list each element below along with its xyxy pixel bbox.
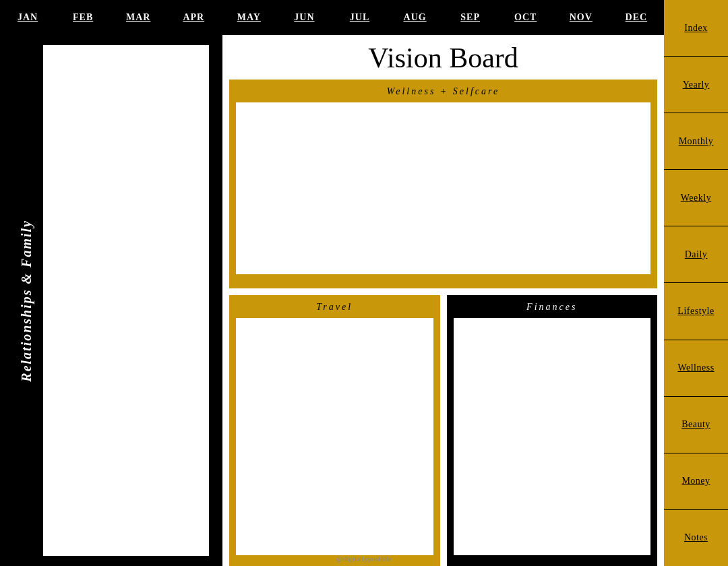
- sidebar-item-label-weekly: Weekly: [681, 193, 711, 203]
- month-navigation: JANFEBMARAPRMAYJUNJULAUGSEPOCTNOVDEC: [0, 0, 664, 35]
- sidebar-item-label-beauty: Beauty: [681, 419, 710, 430]
- sidebar-item-beauty[interactable]: Beauty: [664, 397, 728, 453]
- footer-credit: @digitallyposhlife: [297, 555, 431, 563]
- month-mar[interactable]: MAR: [111, 0, 166, 35]
- wellness-section: Wellness + Selfcare: [229, 80, 657, 288]
- relationships-section: Relationships & Family: [0, 35, 222, 566]
- month-jun[interactable]: JUN: [276, 0, 332, 35]
- page-title: Vision Board: [222, 35, 664, 80]
- sidebar-item-label-money: Money: [681, 476, 710, 486]
- bottom-sections: Travel Finances: [229, 295, 657, 566]
- sidebar-item-index[interactable]: Index: [664, 0, 728, 57]
- month-aug[interactable]: AUG: [388, 0, 443, 35]
- month-apr[interactable]: APR: [166, 0, 221, 35]
- center-content: Vision Board Wellness + Selfcare Travel …: [222, 35, 664, 566]
- month-nov[interactable]: NOV: [553, 0, 609, 35]
- sidebar-item-label-index: Index: [684, 23, 707, 34]
- travel-section: Travel: [229, 295, 440, 566]
- finances-section: Finances: [447, 295, 658, 566]
- sidebar-item-wellness[interactable]: Wellness: [664, 340, 728, 397]
- sidebar-item-label-wellness: Wellness: [677, 363, 714, 373]
- travel-label: Travel: [236, 302, 433, 313]
- month-jan[interactable]: JAN: [0, 0, 55, 35]
- sidebar-item-label-lifestyle: Lifestyle: [677, 306, 714, 317]
- sidebar-item-daily[interactable]: Daily: [664, 226, 728, 283]
- sidebar-item-weekly[interactable]: Weekly: [664, 170, 728, 226]
- sidebar-item-label-yearly: Yearly: [683, 80, 710, 90]
- sidebar-item-label-notes: Notes: [684, 532, 708, 543]
- sidebar-item-yearly[interactable]: Yearly: [664, 57, 728, 113]
- right-sidebar: IndexYearlyMonthlyWeeklyDailyLifestyleWe…: [664, 0, 728, 566]
- sidebar-item-monthly[interactable]: Monthly: [664, 113, 728, 170]
- wellness-label: Wellness + Selfcare: [236, 86, 650, 97]
- finances-label: Finances: [454, 302, 651, 313]
- wellness-image-area: [236, 102, 650, 274]
- month-dec[interactable]: DEC: [609, 0, 664, 35]
- sidebar-item-label-monthly: Monthly: [679, 136, 714, 147]
- sidebar-item-money[interactable]: Money: [664, 453, 728, 510]
- relationships-label: Relationships & Family: [13, 220, 40, 382]
- finances-image-area: [454, 318, 651, 555]
- month-may[interactable]: MAY: [221, 0, 276, 35]
- month-feb[interactable]: FEB: [55, 0, 111, 35]
- month-jul[interactable]: JUL: [332, 0, 387, 35]
- sidebar-item-notes[interactable]: Notes: [664, 510, 728, 566]
- sidebar-item-lifestyle[interactable]: Lifestyle: [664, 283, 728, 340]
- month-oct[interactable]: OCT: [498, 0, 553, 35]
- relationships-image-area: [43, 45, 209, 556]
- sidebar-item-label-daily: Daily: [685, 249, 708, 260]
- month-sep[interactable]: SEP: [443, 0, 498, 35]
- travel-image-area: [236, 318, 433, 555]
